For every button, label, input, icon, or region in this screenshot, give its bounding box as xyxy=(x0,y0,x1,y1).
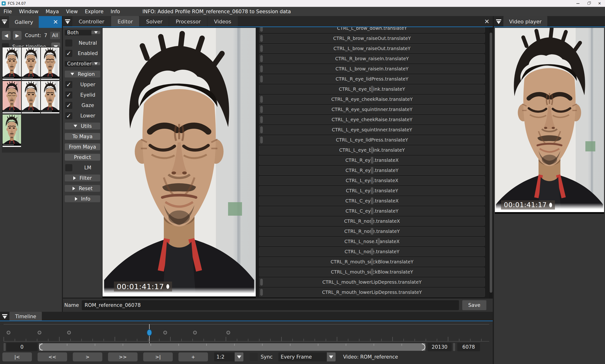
channel-slider-handle[interactable] xyxy=(260,35,263,42)
frame-mode-dropdown[interactable]: Every Frame xyxy=(278,352,336,361)
enabled-checkbox[interactable]: ✓ xyxy=(65,50,72,57)
upper-checkbox[interactable]: ✓ xyxy=(65,81,72,88)
menu-maya[interactable]: Maya xyxy=(42,9,62,14)
channel-slider-handle[interactable] xyxy=(260,289,263,296)
go-to-end-button[interactable]: >| xyxy=(143,352,173,361)
channel-slider-handle[interactable] xyxy=(371,248,373,255)
name-input[interactable] xyxy=(82,300,459,310)
playback-ratio-dropdown[interactable]: 1:2 xyxy=(214,352,243,361)
channel-row[interactable]: CTRL_R_eye_squintInner.translateY xyxy=(259,105,485,114)
channel-row[interactable]: CTRL_R_brow_raiseOut.translateY xyxy=(259,34,485,43)
main-video-view[interactable]: 00:01:41:17 xyxy=(103,28,256,298)
channel-slider-handle[interactable] xyxy=(260,45,263,52)
channel-row[interactable]: CTRL_L_eye.translateX xyxy=(259,176,485,185)
channel-row[interactable]: CTRL_R_brow_raiseIn.translateY xyxy=(259,54,485,63)
menu-view[interactable]: View xyxy=(62,9,81,14)
channel-row[interactable]: CTRL_L_mouth_lowerLipDepress.translateY xyxy=(259,278,485,287)
gallery-thumbnail[interactable] xyxy=(22,48,40,80)
scrollbar-thumb[interactable] xyxy=(490,33,492,293)
timeline-marker[interactable] xyxy=(193,331,197,335)
channel-row[interactable]: CTRL_L_brow_raiseOut.translateY xyxy=(259,44,485,53)
from-maya-button[interactable]: From Maya xyxy=(65,143,100,150)
channel-row[interactable]: CTRL_L_nose.translateY xyxy=(259,247,485,256)
channel-row[interactable]: CTRL_C_eye.translateX xyxy=(259,196,485,206)
channel-slider-handle[interactable] xyxy=(371,177,373,184)
sync-checkbox[interactable] xyxy=(250,353,258,361)
channel-slider-handle[interactable] xyxy=(260,96,263,103)
go-to-start-button[interactable]: |< xyxy=(2,352,32,361)
minimize-button[interactable] xyxy=(572,0,583,7)
channel-slider-handle[interactable] xyxy=(260,137,263,143)
tab-processor[interactable]: Processor xyxy=(169,16,207,27)
channel-row[interactable]: CTRL_R_eye.translateX xyxy=(259,156,485,165)
channel-slider-handle[interactable] xyxy=(260,279,263,286)
all-button[interactable]: All xyxy=(50,32,60,39)
timeline-marker[interactable] xyxy=(163,331,167,335)
panel-collapse-icon[interactable] xyxy=(0,314,10,319)
play-button[interactable]: > xyxy=(73,352,102,361)
channel-slider-handle[interactable] xyxy=(371,197,373,204)
range-mid-handle[interactable] xyxy=(453,343,455,351)
tab-videos[interactable]: Videos xyxy=(208,16,237,27)
channel-slider-handle[interactable] xyxy=(260,106,263,113)
channel-slider-handle[interactable] xyxy=(377,238,380,245)
timeline-marker-current[interactable] xyxy=(147,329,152,336)
lower-checkbox[interactable]: ✓ xyxy=(65,112,72,119)
channel-row[interactable]: CTRL_R_mouth_lowerLipDepress.translateY xyxy=(259,288,485,297)
menu-info[interactable]: Info xyxy=(107,9,124,14)
gallery-thumbnail[interactable] xyxy=(3,48,21,80)
channel-row[interactable]: CTRL_L_mouth_suckBlow.translateY xyxy=(259,267,485,277)
tab-editor[interactable]: Editor xyxy=(111,16,139,27)
section-filter[interactable]: Filter xyxy=(65,175,100,182)
predict-button[interactable]: Predict xyxy=(65,154,100,161)
tab-controller[interactable]: Controller xyxy=(72,16,111,27)
section-utils[interactable]: Utils xyxy=(65,123,100,130)
channel-slider-handle[interactable] xyxy=(260,126,263,133)
neutral-checkbox[interactable] xyxy=(65,39,72,47)
fast-forward-button[interactable]: >> xyxy=(108,352,138,361)
gallery-close-icon[interactable]: ✕ xyxy=(53,18,58,26)
menu-explore[interactable]: Explore xyxy=(81,9,107,14)
gallery-thumbnail[interactable] xyxy=(3,115,21,147)
channel-slider-handle[interactable] xyxy=(260,116,263,123)
channel-row[interactable]: CTRL_L_eye_blink.translateY xyxy=(259,145,485,155)
range-slider[interactable] xyxy=(39,343,425,351)
timeline-marker[interactable] xyxy=(38,331,41,335)
both-dropdown[interactable]: Both xyxy=(65,29,100,36)
reference-video-view[interactable]: 00:01:41:17 xyxy=(495,28,604,214)
channel-slider-handle[interactable] xyxy=(260,55,263,62)
tab-solver[interactable]: Solver xyxy=(140,16,169,27)
gallery-thumbnail[interactable] xyxy=(3,81,21,113)
gallery-thumbnail[interactable] xyxy=(41,81,59,113)
channel-row[interactable]: CTRL_L_brow_down.translateY xyxy=(259,27,485,33)
channel-row[interactable]: CTRL_R_eye.translateY xyxy=(259,166,485,175)
channel-slider-handle[interactable] xyxy=(371,259,373,265)
channel-slider-handle[interactable] xyxy=(371,167,373,174)
channel-row[interactable]: CTRL_R_eye_cheekRaise.translateY xyxy=(259,95,485,104)
gallery-thumbnail[interactable] xyxy=(41,48,59,80)
section-region[interactable]: Region xyxy=(65,71,100,78)
channel-row[interactable]: CTRL_R_eye_lidPress.translateY xyxy=(259,74,485,84)
gallery-prev-button[interactable]: ◀ xyxy=(2,31,11,40)
tab-video-player[interactable]: Video player xyxy=(503,16,547,27)
gallery-thumbnail[interactable] xyxy=(22,81,40,113)
channel-slider-handle[interactable] xyxy=(371,147,373,154)
tab-timeline[interactable]: Timeline xyxy=(10,312,42,321)
range-left-handle[interactable] xyxy=(3,343,6,351)
restore-button[interactable] xyxy=(583,0,594,7)
channel-slider-handle[interactable] xyxy=(371,157,373,164)
controller-dropdown[interactable]: Controller xyxy=(65,60,100,67)
channel-row[interactable]: CTRL_L_eye.translateY xyxy=(259,186,485,195)
close-button[interactable]: ✕ xyxy=(594,0,605,7)
range-end-field[interactable]: 20130 xyxy=(428,343,452,351)
channel-slider-handle[interactable] xyxy=(260,65,263,72)
timeline-marker[interactable] xyxy=(67,331,71,335)
editor-close-icon[interactable]: ✕ xyxy=(484,18,489,25)
channel-row[interactable]: CTRL_L_eye_squintInner.translateY xyxy=(259,125,485,134)
menu-window[interactable]: Window xyxy=(15,9,42,14)
channel-slider-handle[interactable] xyxy=(371,269,373,275)
timeline-marker[interactable] xyxy=(226,331,230,335)
channel-row[interactable]: CTRL_L_eye_cheekRaise.translateY xyxy=(259,115,485,124)
menu-file[interactable]: File xyxy=(0,9,15,14)
current-frame-field[interactable]: 6078 xyxy=(457,343,480,351)
